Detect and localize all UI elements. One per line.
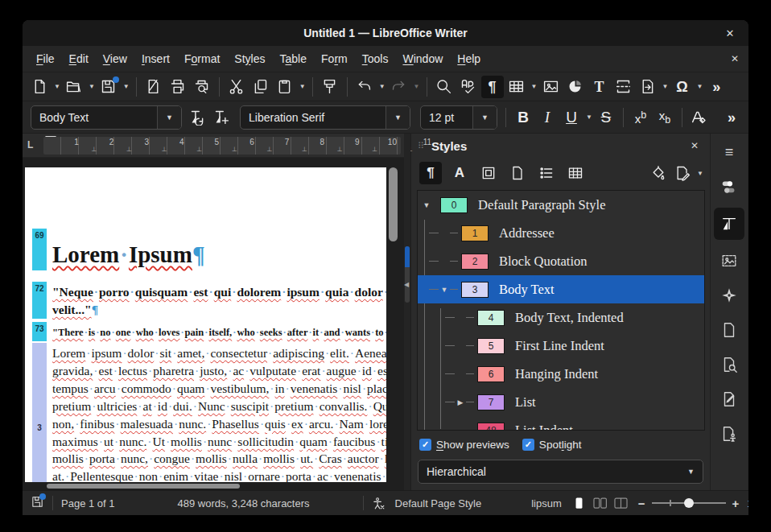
- undo-dropdown-icon[interactable]: ▼: [379, 83, 386, 90]
- document-intro-line[interactable]: "There·is·no·one·who·loves·pain·itself,·…: [52, 326, 386, 340]
- tab-manage-changes-icon[interactable]: [714, 386, 744, 413]
- character-styles-button[interactable]: A: [448, 162, 471, 184]
- spelling-icon[interactable]: [457, 76, 480, 98]
- chevron-down-icon[interactable]: ▼: [157, 106, 181, 129]
- document-body-line[interactable]: tempus·arcu·commodo·quam·vestibulum,·in·…: [52, 380, 386, 398]
- new-document-dropdown-icon[interactable]: ▼: [54, 83, 60, 90]
- spotlight-checkbox[interactable]: ✓ Spotlight: [522, 439, 582, 451]
- panel-drag-handle[interactable]: ⠿: [418, 141, 425, 151]
- update-style-button[interactable]: [186, 106, 208, 129]
- menu-edit[interactable]: Edit: [62, 49, 96, 68]
- page-styles-button[interactable]: [506, 162, 529, 184]
- font-name-combo[interactable]: Liberation Serif ▼: [240, 105, 410, 130]
- horizontal-scrollbar-thumb[interactable]: [47, 484, 240, 489]
- bold-button[interactable]: B: [512, 106, 534, 129]
- tab-accessibility-check-icon[interactable]: [714, 420, 744, 447]
- strikethrough-button[interactable]: S: [595, 106, 617, 129]
- chevron-down-icon[interactable]: ▼: [386, 106, 410, 129]
- menu-insert[interactable]: Insert: [134, 49, 177, 68]
- special-character-dropdown-icon[interactable]: ▼: [696, 83, 703, 90]
- open-dropdown-icon[interactable]: ▼: [89, 83, 95, 90]
- menu-help[interactable]: Help: [450, 49, 488, 68]
- paste-dropdown-icon[interactable]: ▼: [299, 83, 306, 90]
- menu-tools[interactable]: Tools: [355, 49, 396, 68]
- insert-text-box-icon[interactable]: T: [588, 76, 610, 98]
- insert-table-icon[interactable]: [505, 76, 528, 98]
- new-style-from-selection-dropdown-icon[interactable]: ▼: [697, 170, 703, 177]
- page-style-status[interactable]: Default Page Style: [395, 497, 482, 509]
- paragraph-styles-button[interactable]: ¶: [419, 162, 442, 184]
- menu-styles[interactable]: Styles: [227, 49, 272, 68]
- document-heading[interactable]: Lorem·Ipsum¶: [52, 237, 386, 272]
- menu-view[interactable]: View: [96, 49, 134, 68]
- special-character-icon[interactable]: Ω: [670, 76, 693, 98]
- document-body[interactable]: Lorem·ipsum·dolor·sit·amet,·consectetur·…: [52, 344, 386, 482]
- show-previews-checkbox[interactable]: ✓ Show previews: [419, 439, 509, 451]
- tab-style-inspector-icon[interactable]: [714, 351, 744, 378]
- tree-expander-icon[interactable]: ▼: [439, 286, 450, 294]
- style-filter-dropdown[interactable]: Hierarchical ▼: [418, 460, 703, 484]
- document-body-line[interactable]: at.·Pellentesque·non·enim·vitae·nisl·orn…: [52, 468, 386, 482]
- insert-field-icon[interactable]: [636, 76, 658, 98]
- text-language-status[interactable]: lipsum: [531, 497, 562, 509]
- tab-stop-type-selector[interactable]: L: [27, 139, 33, 151]
- underline-dropdown-icon[interactable]: ▼: [586, 113, 592, 121]
- underline-button[interactable]: U: [560, 106, 583, 129]
- insert-image-icon[interactable]: [539, 76, 562, 98]
- style-item-list[interactable]: ▶7List: [418, 388, 704, 416]
- window-close-icon[interactable]: ✕: [719, 20, 740, 46]
- subscript-button[interactable]: xb: [653, 106, 676, 129]
- tab-styles-icon[interactable]: [714, 208, 744, 240]
- chevron-down-icon[interactable]: ▼: [472, 106, 497, 129]
- style-item-list-indent[interactable]: 48List Indent: [418, 416, 704, 431]
- style-item-default-paragraph-style[interactable]: ▼0Default Paragraph Style: [418, 191, 704, 219]
- style-item-block-quotation[interactable]: 2Block Quotation: [418, 247, 704, 275]
- insert-field-dropdown-icon[interactable]: ▼: [662, 83, 668, 90]
- book-view-button[interactable]: [613, 496, 629, 511]
- export-pdf-icon[interactable]: [142, 76, 165, 98]
- paragraph-style-combo[interactable]: Body Text ▼: [31, 105, 182, 130]
- horizontal-ruler[interactable]: 1⊥2⊥3⊥4⊥5⊥6⊥7⊥8⊥9⊥10⊥11⊥: [43, 137, 401, 155]
- document-quote-line[interactable]: "Neque·porro·quisquam·est·qui·dolorem·ip…: [52, 283, 386, 301]
- find-replace-icon[interactable]: [433, 76, 456, 98]
- tree-expander-icon[interactable]: ▶: [455, 398, 466, 406]
- sidebar-hide-handle[interactable]: ◀: [405, 246, 410, 303]
- single-page-view-button[interactable]: [571, 496, 587, 511]
- zoom-out-button[interactable]: −: [638, 497, 645, 510]
- formatting-marks-icon[interactable]: ¶: [481, 76, 504, 98]
- tree-expander-icon[interactable]: ▼: [421, 201, 432, 209]
- save-icon[interactable]: [97, 76, 120, 98]
- clear-formatting-button[interactable]: [688, 106, 711, 129]
- word-count-status[interactable]: 489 words, 3,248 characters: [178, 497, 310, 509]
- tab-navigator-icon[interactable]: [714, 282, 744, 309]
- vertical-scrollbar[interactable]: [389, 158, 398, 482]
- insert-table-dropdown-icon[interactable]: ▼: [531, 83, 538, 90]
- table-styles-button[interactable]: [564, 162, 587, 184]
- document-close-icon[interactable]: ✕: [731, 53, 739, 64]
- fill-format-mode-icon[interactable]: [647, 162, 670, 184]
- redo-dropdown-icon[interactable]: ▼: [414, 83, 420, 90]
- zoom-in-button[interactable]: +: [732, 497, 740, 510]
- undo-icon[interactable]: [353, 76, 376, 98]
- menu-file[interactable]: File: [29, 49, 62, 68]
- document-text[interactable]: Lorem·Ipsum¶ "Neque·porro·quisquam·est·q…: [52, 167, 386, 482]
- styles-panel-close-icon[interactable]: ✕: [686, 138, 703, 153]
- menu-window[interactable]: Window: [395, 49, 450, 68]
- style-tree-list[interactable]: ▼0Default Paragraph Style1Addressee2Bloc…: [417, 190, 705, 431]
- sidebar-menu-icon[interactable]: ≡: [714, 138, 744, 166]
- accessibility-check-icon[interactable]: [372, 497, 386, 510]
- vertical-scrollbar-thumb[interactable]: [389, 167, 398, 241]
- print-icon[interactable]: [167, 76, 189, 98]
- style-item-addressee[interactable]: 1Addressee: [418, 219, 704, 247]
- new-document-icon[interactable]: [28, 76, 51, 98]
- document-body-line[interactable]: non,·finibus·malesuada·nunc.·Phasellus·q…: [52, 415, 386, 433]
- tab-properties-icon[interactable]: [714, 173, 744, 200]
- print-preview-icon[interactable]: [191, 76, 213, 98]
- document-body-line[interactable]: mollis·porta·nunc,·congue·mollis·nulla·m…: [52, 450, 386, 468]
- toolbar-overflow-icon[interactable]: »: [705, 76, 728, 98]
- document-page[interactable]: 69 72 73 3 Lorem·Ipsum¶ "Neque·porro·qui…: [25, 167, 386, 482]
- new-style-from-selection-icon[interactable]: [671, 162, 694, 184]
- frame-styles-button[interactable]: [477, 162, 500, 184]
- title-bar[interactable]: Untitled 1 — LibreOffice Writer ✕: [23, 20, 748, 46]
- formatting-toolbar-overflow-button[interactable]: »: [720, 106, 743, 129]
